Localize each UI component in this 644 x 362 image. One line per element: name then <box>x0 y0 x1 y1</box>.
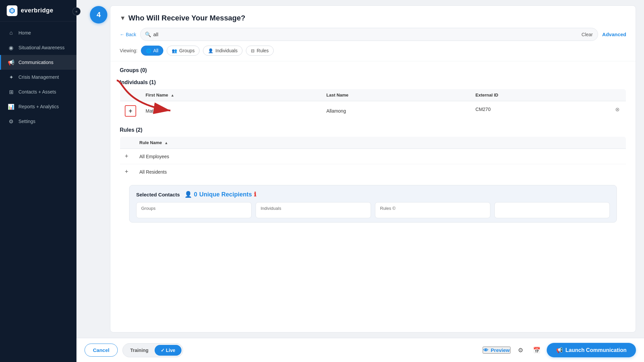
add-individual-button[interactable]: + <box>125 105 136 117</box>
filter-rules-label: Rules <box>257 48 269 53</box>
sidebar-item-label: Home <box>18 30 31 36</box>
launch-label: Launch Communication <box>566 347 627 353</box>
warning-icon: ℹ <box>254 191 256 198</box>
training-mode-button[interactable]: Training <box>124 345 154 356</box>
footer-right: 👁 Preview ⚙ 📅 📢 Launch Communication <box>483 343 636 357</box>
rule-name-header: Rule Name ▲ <box>135 137 626 149</box>
preview-button[interactable]: 👁 Preview <box>483 347 511 354</box>
add-col-header <box>120 89 141 101</box>
recipients-text: Unique Recipients <box>199 191 252 198</box>
card-title: ▼ Who Will Receive Your Message? <box>120 14 626 22</box>
filter-groups-label: Groups <box>179 48 195 53</box>
rule-add-cell: + <box>120 149 135 164</box>
sidebar-item-label: Crisis Management <box>18 74 59 80</box>
rules-add-col-header <box>120 137 135 149</box>
search-wrapper: 🔍 Clear <box>140 28 598 41</box>
recipients-count: 0 <box>194 191 197 198</box>
back-button[interactable]: ← Back <box>120 32 136 37</box>
first-name-cell: Matilda <box>141 101 322 121</box>
launch-communication-button[interactable]: 📢 Launch Communication <box>547 343 636 357</box>
rules-table-header: Rule Name ▲ <box>120 137 626 149</box>
contacts-assets-icon: ⊞ <box>8 88 14 95</box>
filter-all-button[interactable]: 🌐 All <box>141 46 164 56</box>
calendar-footer-button[interactable]: 📅 <box>531 344 543 356</box>
footer-left: Cancel Training ✓ Live <box>85 343 183 357</box>
logo-icon <box>7 5 17 16</box>
footer: Cancel Training ✓ Live 👁 Preview ⚙ 📅 📢 L… <box>76 338 644 362</box>
settings-icon: ⚙ <box>8 118 14 125</box>
card-header: ▼ Who Will Receive Your Message? ← Back … <box>110 6 636 61</box>
filter-all-label: All <box>153 48 159 53</box>
list-item: + All Residents <box>120 164 626 180</box>
rule-add-cell: + <box>120 164 135 180</box>
search-icon: 🔍 <box>145 32 151 38</box>
viewing-label: Viewing: <box>120 48 138 53</box>
add-rule-button[interactable]: + <box>125 168 128 175</box>
last-name-cell: Allamong <box>322 101 471 121</box>
sidebar-nav: ⌂ Home ◉ Situational Awareness 📢 Communi… <box>0 21 76 362</box>
mode-group: Training ✓ Live <box>122 343 183 357</box>
individuals-table: First Name ▲ Last Name External ID + Mat… <box>120 89 626 121</box>
filter-groups-button[interactable]: 👥 Groups <box>167 46 200 56</box>
main-content: 4 ▼ Who Will Receive Your Message? ← Bac… <box>76 0 644 362</box>
sidebar-item-contacts-assets[interactable]: ⊞ Contacts + Assets <box>0 84 76 99</box>
filter-individuals-button[interactable]: 👤 Individuals <box>203 46 243 56</box>
rules-filter-icon: ⊟ <box>251 48 255 53</box>
sidebar-item-label: Reports + Analytics <box>18 104 59 109</box>
add-rule-button[interactable]: + <box>125 153 128 160</box>
recipients-icon: 👤 <box>184 191 192 198</box>
recipients-count-label: 👤 0 Unique Recipients ℹ <box>184 191 256 198</box>
live-mode-button[interactable]: ✓ Live <box>155 345 181 356</box>
page-title: Who Will Receive Your Message? <box>128 14 246 22</box>
sidebar-item-label: Settings <box>18 119 36 124</box>
sidebar-item-home[interactable]: ⌂ Home <box>0 25 76 40</box>
viewing-row: Viewing: 🌐 All 👥 Groups 👤 Individuals ⊟ … <box>120 46 626 56</box>
sidebar: everbridge « ⌂ Home ◉ Situational Awaren… <box>0 0 76 362</box>
selected-contacts-header: Selected Contacts 👤 0 Unique Recipients … <box>136 191 610 198</box>
sidebar-logo: everbridge « <box>0 0 76 21</box>
sidebar-item-reports-analytics[interactable]: 📊 Reports + Analytics <box>0 99 76 114</box>
live-checkmark: ✓ <box>161 348 165 353</box>
situational-awareness-icon: ◉ <box>8 44 14 51</box>
sidebar-item-crisis-management[interactable]: ✦ Crisis Management <box>0 70 76 84</box>
add-btn-cell: + <box>120 101 141 121</box>
rules-section-title: Rules (2) <box>120 127 626 133</box>
settings-footer-button[interactable]: ⚙ <box>515 344 527 356</box>
launch-icon: 📢 <box>556 347 563 353</box>
sidebar-item-communications[interactable]: 📢 Communications <box>0 55 76 70</box>
sidebar-collapse-button[interactable]: « <box>72 7 80 15</box>
sidebar-item-situational-awareness[interactable]: ◉ Situational Awareness <box>0 40 76 55</box>
sidebar-item-settings[interactable]: ⚙ Settings <box>0 114 76 129</box>
rules-stat-box: Rules © <box>375 202 490 218</box>
list-item: + All Employees <box>120 149 626 164</box>
rule-name-cell: All Employees <box>135 149 626 164</box>
crisis-management-icon: ✦ <box>8 74 14 80</box>
step-badge: 4 <box>90 6 107 23</box>
cancel-button[interactable]: Cancel <box>85 344 118 357</box>
reports-analytics-icon: 📊 <box>8 103 14 110</box>
all-filter-icon: 🌐 <box>146 48 151 53</box>
live-label: Live <box>166 348 175 353</box>
stats-row: Groups Individuals Rules © <box>136 202 610 218</box>
remove-individual-button[interactable]: ⊗ <box>613 105 621 113</box>
individuals-stat-box: Individuals <box>256 202 371 218</box>
advanced-button[interactable]: Advanced <box>602 32 626 37</box>
sidebar-item-label: Contacts + Assets <box>18 89 56 95</box>
clear-button[interactable]: Clear <box>582 32 593 37</box>
groups-section-title: Groups (0) <box>120 67 626 73</box>
first-name-header: First Name ▲ <box>141 89 322 101</box>
sort-icon: ▲ <box>164 141 168 145</box>
collapse-icon: ▼ <box>120 15 126 22</box>
filter-rules-button[interactable]: ⊟ Rules <box>246 46 274 56</box>
individuals-table-header: First Name ▲ Last Name External ID <box>120 89 626 101</box>
search-input[interactable] <box>140 28 598 41</box>
individuals-filter-icon: 👤 <box>208 48 213 53</box>
selected-contacts-label: Selected Contacts <box>136 192 180 197</box>
individuals-section-title: Individuals (1) <box>120 79 626 85</box>
sort-icon: ▲ <box>171 93 174 97</box>
extra-stat-box <box>494 202 610 218</box>
external-id-header: External ID <box>471 89 626 101</box>
rules-table: Rule Name ▲ + All Employees + All Reside… <box>120 136 626 180</box>
selected-contacts-bar: Selected Contacts 👤 0 Unique Recipients … <box>129 185 617 223</box>
card-body: Groups (0) Individuals (1) First Name ▲ … <box>110 61 636 332</box>
